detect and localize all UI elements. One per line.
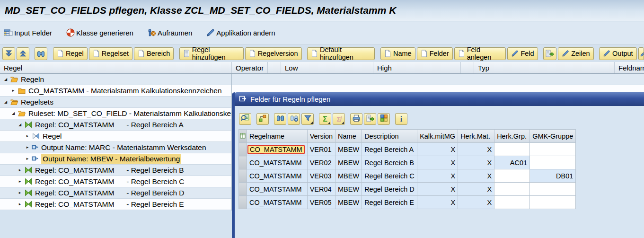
cell-regelname[interactable]: CO_MATSTAMM [247, 183, 308, 196]
details-button[interactable] [239, 113, 251, 125]
cell-kalkmitmg[interactable]: X [417, 196, 458, 209]
cell-description[interactable]: Regel Bereich D [362, 183, 417, 196]
klasse-generieren-button[interactable]: Klasse generieren [66, 28, 133, 37]
cell-herkmat[interactable]: X [458, 183, 494, 196]
feld-anlegen-button[interactable]: Feld anlegen [454, 47, 506, 60]
applikation-aendern-button[interactable]: Applikation ändern [206, 28, 275, 37]
row-selector[interactable] [239, 196, 247, 209]
input-felder-button[interactable]: Input Felder [4, 28, 52, 37]
expander-icon[interactable]: ▸ [25, 157, 30, 161]
sort-button[interactable] [256, 113, 269, 125]
cell-description[interactable]: Regel Bereich A [362, 143, 417, 156]
cell-gmkgruppe[interactable]: DB01 [530, 169, 576, 183]
alv-export-button[interactable] [364, 113, 376, 125]
regelset-button[interactable]: Regelset [89, 47, 132, 60]
collapse-all-button[interactable] [2, 47, 15, 60]
dialog-titlebar[interactable]: Felder für Regeln pflegen [235, 92, 644, 106]
cell-gmkgruppe[interactable] [530, 143, 576, 156]
cell-herkmat[interactable]: X [458, 169, 494, 183]
tree-row-regeln[interactable]: ◢ Regeln [0, 74, 644, 85]
layout-button[interactable] [378, 113, 390, 125]
col-header-gmkgruppe[interactable]: GMK-Gruppe [530, 130, 576, 143]
cell-regelname[interactable]: CO_MATSTAMM [247, 169, 308, 183]
expander-icon[interactable]: ▸ [17, 191, 23, 195]
column-header-regel[interactable]: Regel [0, 62, 232, 73]
cell-description[interactable]: Regel Bereich C [362, 169, 417, 183]
cell-name[interactable]: MBEW [335, 156, 362, 169]
row-selector[interactable] [239, 143, 247, 156]
col-header-regelname[interactable]: Regelname [247, 130, 308, 143]
expander-icon[interactable]: ▸ [17, 179, 23, 184]
cell-herkgrp[interactable] [494, 169, 530, 183]
cell-kalkmitmg[interactable]: X [417, 143, 458, 156]
row-selector[interactable] [239, 169, 247, 183]
column-header-feldname[interactable]: Feldname [615, 62, 644, 73]
expander-icon[interactable]: ▸ [10, 88, 16, 93]
output-button[interactable]: Output [599, 47, 637, 60]
cell-name[interactable]: MBEW [335, 143, 362, 156]
find-next-button[interactable] [288, 113, 300, 125]
print-button[interactable] [350, 113, 362, 125]
cell-version[interactable]: VER02 [307, 156, 335, 169]
cell-herkgrp[interactable] [494, 143, 530, 156]
regel-hinzufuegen-button[interactable]: Regel hinzufügen [179, 47, 244, 60]
cell-gmkgruppe[interactable] [530, 183, 576, 196]
col-header-description[interactable]: Description [362, 130, 417, 143]
row-selector[interactable] [239, 156, 247, 169]
col-header-name[interactable]: Name [335, 130, 362, 143]
column-header-typ[interactable]: Typ [474, 62, 615, 73]
cell-name[interactable]: MBEW [335, 169, 362, 183]
expander-icon[interactable]: ▸ [17, 168, 23, 172]
cell-version[interactable]: VER03 [307, 169, 335, 183]
cell-herkmat[interactable]: X [458, 156, 494, 169]
col-header-herkgrp[interactable]: Herk.Grp. [494, 130, 530, 143]
cell-regelname[interactable]: CO_MATSTAMM [247, 196, 308, 209]
cell-name[interactable]: MBEW [335, 196, 362, 209]
expander-icon[interactable]: ▸ [17, 202, 23, 206]
cell-kalkmitmg[interactable]: X [417, 169, 458, 183]
cell-version[interactable]: VER04 [307, 183, 335, 196]
select-all-header[interactable] [239, 130, 247, 143]
cell-kalkmitmg[interactable]: X [417, 183, 458, 196]
felder-button[interactable]: Felder [417, 47, 453, 60]
cell-name[interactable]: MBEW [335, 183, 362, 196]
column-header-low[interactable]: Low [281, 62, 373, 73]
col-header-version[interactable]: Version [307, 130, 335, 143]
default-hinzufuegen-button[interactable]: Default hinzufügen [307, 47, 375, 60]
find-button[interactable] [35, 47, 47, 60]
subtotal-button[interactable]: Σ̸ [333, 113, 345, 125]
column-header-high[interactable]: High [373, 62, 461, 73]
cell-version[interactable]: VER05 [307, 196, 335, 209]
feld-button[interactable]: Feld [507, 47, 538, 60]
expander-icon[interactable]: ◢ [3, 78, 9, 81]
cell-regelname[interactable]: CO_MATSTAMM [247, 143, 308, 156]
regelversion-button[interactable]: Regelversion [245, 47, 302, 60]
sum-button[interactable]: Σ [319, 113, 331, 125]
clipped-button[interactable] [638, 47, 644, 60]
cell-description[interactable]: Regel Bereich B [362, 156, 417, 169]
cell-gmkgruppe[interactable] [530, 156, 576, 169]
expander-icon[interactable]: ◢ [3, 100, 9, 104]
selected-cell[interactable]: CO_MATSTAMM [247, 145, 305, 154]
filter-button[interactable] [301, 113, 314, 125]
cell-herkmat[interactable]: X [458, 143, 494, 156]
zeilen-button[interactable]: Zeilen [558, 47, 594, 60]
expander-icon[interactable]: ◢ [17, 123, 23, 127]
alv-find-button[interactable] [274, 113, 286, 125]
col-header-herkmat[interactable]: Herk.Mat. [458, 130, 494, 143]
cell-gmkgruppe[interactable] [530, 196, 576, 209]
aufraeumen-button[interactable]: Aufräumen [148, 28, 192, 37]
name-button[interactable]: Name [380, 47, 415, 60]
cell-version[interactable]: VER01 [307, 143, 335, 156]
info-button[interactable]: i [395, 113, 407, 125]
col-header-kalkmitmg[interactable]: Kalk.mitMG [417, 130, 458, 143]
regel-button[interactable]: Regel [53, 47, 88, 60]
cell-herkmat[interactable]: X [458, 196, 494, 209]
expander-icon[interactable]: ▸ [25, 134, 30, 138]
column-header-operator[interactable]: Operator [232, 62, 268, 73]
cell-herkgrp[interactable] [494, 196, 530, 209]
expand-all-button[interactable] [17, 47, 29, 60]
export-button[interactable] [543, 47, 556, 60]
cell-herkgrp[interactable]: AC01 [494, 156, 530, 169]
cell-herkgrp[interactable] [494, 183, 530, 196]
